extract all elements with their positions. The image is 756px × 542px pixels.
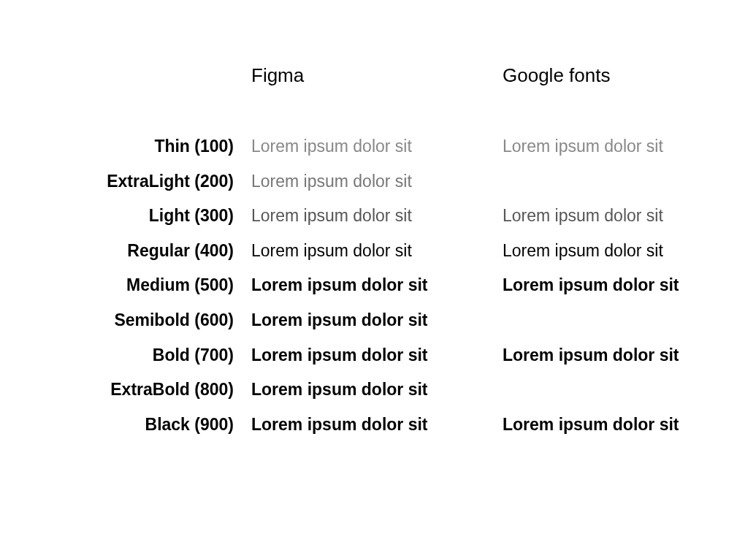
weight-label: Light (300) [29, 199, 234, 234]
weight-label: Thin (100) [29, 129, 234, 164]
figma-sample: Lorem ipsum dolor sit [251, 268, 485, 303]
figma-sample: Lorem ipsum dolor sit [251, 338, 485, 373]
font-weight-comparison-table: Figma Google fonts Thin (100) Lorem ipsu… [29, 64, 727, 442]
google-sample: Lorem ipsum dolor sit [503, 268, 736, 303]
figma-sample: Lorem ipsum dolor sit [251, 303, 485, 338]
google-sample: Lorem ipsum dolor sit [503, 338, 736, 373]
figma-sample: Lorem ipsum dolor sit [251, 199, 485, 234]
google-sample: Lorem ipsum dolor sit [503, 199, 736, 234]
figma-sample: Lorem ipsum dolor sit [251, 234, 485, 269]
header-spacer [29, 64, 234, 129]
figma-sample: Lorem ipsum dolor sit [251, 373, 485, 408]
weight-label: ExtraLight (200) [29, 164, 234, 199]
weight-label: Bold (700) [29, 338, 234, 373]
google-sample: Lorem ipsum dolor sit [503, 234, 736, 269]
weight-label: Semibold (600) [29, 303, 234, 338]
weight-label: Black (900) [29, 408, 234, 443]
google-sample: Lorem ipsum dolor sit [503, 408, 736, 443]
column-header-google-fonts: Google fonts [503, 64, 736, 129]
figma-sample: Lorem ipsum dolor sit [251, 164, 485, 199]
weight-label: Regular (400) [29, 234, 234, 269]
weight-label: ExtraBold (800) [29, 373, 234, 408]
figma-sample: Lorem ipsum dolor sit [251, 408, 485, 443]
figma-sample: Lorem ipsum dolor sit [251, 129, 485, 164]
weight-label: Medium (500) [29, 268, 234, 303]
column-header-figma: Figma [251, 64, 485, 129]
google-sample: Lorem ipsum dolor sit [503, 129, 736, 164]
